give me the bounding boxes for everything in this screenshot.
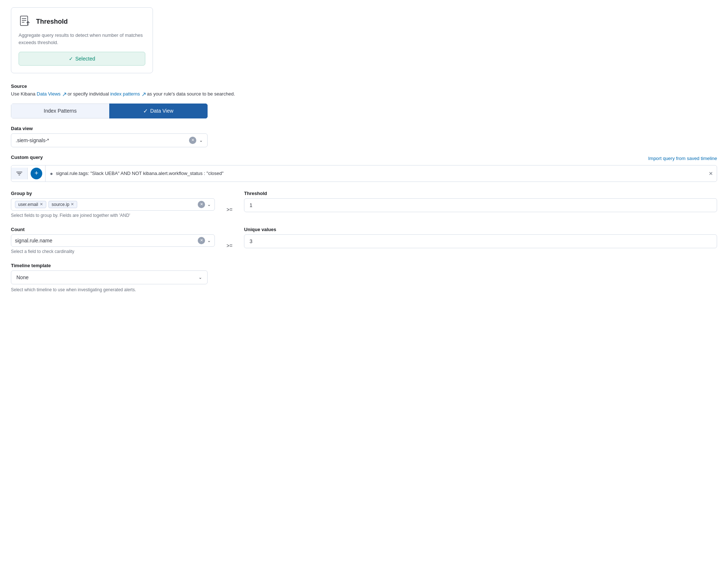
timeline-template-value: None	[16, 274, 28, 280]
source-tabs: Index Patterns ✓ Data View	[11, 104, 208, 118]
source-desc-middle: or specify individual	[68, 91, 110, 97]
unique-values-label: Unique values	[244, 227, 717, 232]
timeline-chevron-icon[interactable]: ⌄	[198, 275, 202, 280]
filter-icon	[16, 171, 22, 176]
source-section: Source Use Kibana Data Views or specify …	[11, 83, 717, 98]
query-text[interactable]: signal.rule.tags: "Slack UEBA" AND NOT k…	[56, 171, 701, 176]
add-filter-button[interactable]: +	[31, 168, 42, 179]
count-gte-label: >=	[222, 238, 237, 254]
remove-source-ip-tag[interactable]: ✕	[71, 202, 74, 207]
data-views-link[interactable]: Data Views	[37, 91, 68, 97]
query-bar: + ● signal.rule.tags: "Slack UEBA" AND N…	[11, 165, 717, 182]
threshold-card-title: Threshold	[36, 18, 68, 26]
unique-values-section: Unique values 3	[244, 227, 717, 254]
clear-data-view-icon[interactable]: ✕	[189, 137, 196, 144]
group-threshold-row: Group by user.email ✕ source.ip ✕ ✕ ⌄ Se…	[11, 191, 717, 218]
threshold-gte-label: >=	[222, 202, 237, 218]
unique-values-input[interactable]: 3	[244, 234, 717, 248]
timeline-template-section: Timeline template None ⌄ Select which ti…	[11, 263, 717, 292]
query-input-area: ● signal.rule.tags: "Slack UEBA" AND NOT…	[46, 167, 705, 180]
svg-rect-0	[20, 16, 28, 26]
threshold-card: Threshold Aggregate query results to det…	[11, 7, 153, 73]
tag-source-ip: source.ip ✕	[48, 201, 78, 208]
timeline-template-label: Timeline template	[11, 263, 717, 268]
selected-button[interactable]: ✓ Selected	[19, 52, 145, 66]
count-value: signal.rule.name	[15, 238, 52, 243]
threshold-section: Threshold 1	[244, 191, 717, 218]
data-view-section: Data view .siem-signals-* ✕ ⌄	[11, 126, 717, 147]
selected-label: Selected	[75, 56, 95, 62]
external-link-icon1	[63, 93, 66, 96]
tab-data-view[interactable]: ✓ Data View	[109, 104, 208, 118]
clear-count-icon[interactable]: ✕	[198, 237, 205, 244]
data-view-label: Data view	[11, 126, 717, 131]
count-helper: Select a field to check cardinality	[11, 249, 215, 254]
custom-query-section: Custom query Import query from saved tim…	[11, 155, 717, 182]
data-view-value: .siem-signals-*	[16, 137, 49, 143]
count-chevron-icon[interactable]: ⌄	[207, 238, 211, 243]
tab-index-patterns[interactable]: Index Patterns	[11, 104, 109, 118]
threshold-card-icon	[19, 15, 32, 28]
index-patterns-link[interactable]: index patterns	[110, 91, 147, 97]
data-view-select[interactable]: .siem-signals-* ✕ ⌄	[11, 133, 208, 147]
threshold-label: Threshold	[244, 191, 717, 196]
group-by-helper: Select fields to group by. Fields are jo…	[11, 213, 215, 218]
threshold-card-description: Aggregate query results to detect when n…	[19, 32, 145, 46]
filter-button[interactable]	[11, 168, 28, 179]
custom-query-header: Custom query Import query from saved tim…	[11, 155, 717, 162]
threshold-card-header: Threshold	[19, 15, 145, 28]
remove-user-email-tag[interactable]: ✕	[40, 202, 43, 207]
group-by-label: Group by	[11, 191, 215, 196]
query-bar-controls: +	[11, 165, 46, 182]
source-description: Use Kibana Data Views or specify individ…	[11, 90, 717, 98]
clear-group-by-icon[interactable]: ✕	[198, 201, 205, 208]
clear-query-icon[interactable]: ✕	[705, 169, 717, 178]
group-by-select[interactable]: user.email ✕ source.ip ✕ ✕ ⌄	[11, 198, 215, 211]
chevron-down-icon[interactable]: ⌄	[199, 138, 203, 143]
tag-user-email: user.email ✕	[15, 201, 46, 208]
external-link-icon2	[142, 93, 146, 96]
source-desc-plain: Use Kibana	[11, 91, 37, 97]
data-view-icons: ✕ ⌄	[189, 137, 203, 144]
timeline-template-select[interactable]: None ⌄	[11, 270, 208, 284]
import-query-link[interactable]: Import query from saved timeline	[648, 156, 717, 161]
count-icons: ✕ ⌄	[198, 237, 211, 244]
check-icon: ✓	[143, 108, 148, 114]
tag-source-ip-label: source.ip	[52, 202, 70, 207]
count-unique-row: Count signal.rule.name ✕ ⌄ Select a fiel…	[11, 227, 717, 254]
custom-query-label: Custom query	[11, 155, 43, 160]
source-label: Source	[11, 83, 717, 89]
group-by-chevron-icon[interactable]: ⌄	[207, 202, 211, 207]
count-label: Count	[11, 227, 215, 232]
source-desc-end: as your rule's data source to be searche…	[147, 91, 235, 97]
timeline-template-helper: Select which timeline to use when invest…	[11, 287, 717, 292]
tag-user-email-label: user.email	[18, 202, 38, 207]
group-by-section: Group by user.email ✕ source.ip ✕ ✕ ⌄ Se…	[11, 191, 215, 218]
search-icon: ●	[50, 171, 53, 176]
checkmark-icon: ✓	[69, 56, 73, 62]
group-by-icons: ✕ ⌄	[198, 201, 211, 208]
count-section: Count signal.rule.name ✕ ⌄ Select a fiel…	[11, 227, 215, 254]
count-select[interactable]: signal.rule.name ✕ ⌄	[11, 234, 215, 247]
threshold-input[interactable]: 1	[244, 198, 717, 212]
